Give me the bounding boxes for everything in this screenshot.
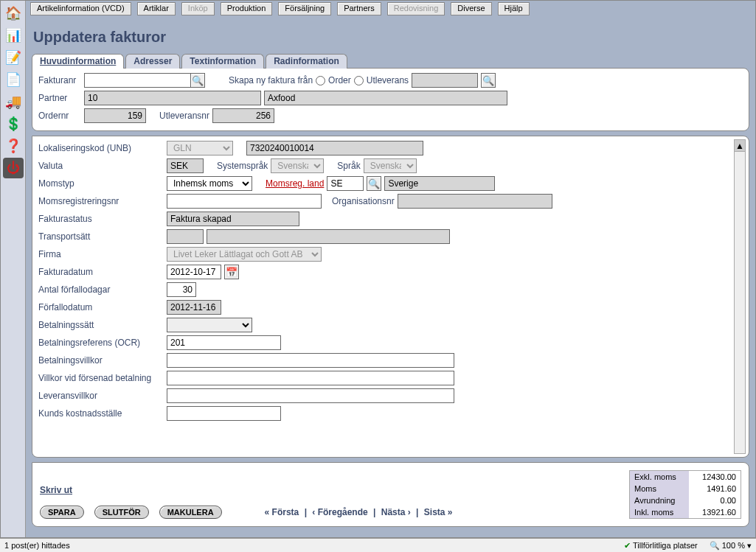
- partner-code: 10: [84, 91, 261, 105]
- menu-partners[interactable]: Partners: [337, 2, 381, 15]
- sprak-label: Språk: [337, 161, 360, 171]
- help-icon[interactable]: ❓: [3, 136, 24, 156]
- kunds-kostnad-input[interactable]: [167, 406, 281, 421]
- transportsatt-code: [167, 229, 204, 244]
- momsregnr-label: Momsregistreringsnr: [38, 196, 164, 206]
- momsregnr-input[interactable]: [167, 194, 322, 209]
- status-left: 1 post(er) hittades: [4, 541, 70, 550]
- systemsprak-label: Systemspråk: [217, 161, 268, 171]
- chart-icon[interactable]: 📊: [3, 25, 24, 46]
- betalningsvillkor-input[interactable]: [167, 353, 454, 368]
- utleveransnr-value: 256: [212, 108, 274, 123]
- slutfor-button[interactable]: SLUTFÖR: [94, 506, 149, 519]
- truck-icon[interactable]: 🚚: [3, 91, 24, 112]
- totals-table: Exkl. moms12430.00 Moms1491.60 Avrundnin…: [629, 470, 741, 519]
- betalref-input[interactable]: [167, 335, 281, 350]
- utleveransnr-label: Utleveransnr: [159, 111, 209, 121]
- nav-prev[interactable]: ‹ Föregående: [312, 507, 367, 517]
- tab-radinformation[interactable]: Radinformation: [266, 54, 347, 69]
- transportsatt-label: Transportsätt: [38, 231, 164, 242]
- betalref-label: Betalningsreferens (OCR): [38, 338, 164, 348]
- fakturadatum-calendar-icon[interactable]: 📅: [224, 265, 239, 279]
- menu-produktion[interactable]: Produktion: [221, 2, 273, 15]
- top-menu: Artikelinformation (VCD) Artiklar Inköp …: [26, 1, 755, 17]
- form-tabs: Huvudinformation Adresser Textinformatio…: [32, 53, 749, 68]
- kunds-kostnad-label: Kunds kostnadsställe: [38, 408, 164, 419]
- fakturadatum-label: Fakturadatum: [38, 267, 164, 277]
- makulera-button[interactable]: MAKULERA: [159, 506, 222, 519]
- ordernr-label: Ordernr: [38, 111, 81, 121]
- transportsatt-name: [207, 229, 450, 244]
- betalningssatt-select[interactable]: [167, 318, 252, 332]
- villkor-forsenad-input[interactable]: [167, 371, 454, 385]
- nav-last[interactable]: Sista »: [424, 507, 453, 517]
- coin-icon[interactable]: 💲: [3, 113, 24, 134]
- leveransvillkor-input[interactable]: [167, 388, 454, 403]
- betalningssatt-label: Betalningssätt: [38, 320, 164, 330]
- print-link[interactable]: Skriv ut: [40, 485, 453, 495]
- status-bar: 1 post(er) hittades ✔ Tillförlitliga pla…: [0, 538, 756, 552]
- firma-select: Livet Leker Lättlagat och Gott AB: [167, 247, 322, 262]
- forfallodatum-value: 2012-11-16: [167, 300, 221, 315]
- skapa-label: Skapa ny faktura från: [229, 75, 313, 85]
- menu-diverse[interactable]: Diverse: [451, 2, 491, 15]
- orgnr-label: Organisationsnr: [332, 196, 395, 206]
- menu-artikelinformation[interactable]: Artikelinformation (VCD): [30, 2, 131, 15]
- menu-redovisning: Redovisning: [387, 2, 445, 15]
- utleverans-radio[interactable]: [354, 76, 364, 85]
- menu-inkop: Inköp: [181, 2, 215, 15]
- valuta-label: Valuta: [38, 161, 164, 171]
- partner-name: Axfood: [264, 91, 507, 105]
- tab-huvudinformation[interactable]: Huvudinformation: [32, 54, 124, 69]
- tab-adresser[interactable]: Adresser: [125, 54, 180, 69]
- avrund-label: Avrundning: [630, 495, 689, 506]
- moms-value: 1491.60: [689, 483, 741, 495]
- skapa-search-icon[interactable]: 🔍: [481, 73, 496, 88]
- fakturastatus-label: Fakturastatus: [38, 214, 164, 224]
- menu-artiklar[interactable]: Artiklar: [137, 2, 176, 15]
- exkl-label: Exkl. moms: [630, 471, 689, 483]
- fakturastatus-value: Faktura skapad: [167, 212, 299, 226]
- nav-next[interactable]: Nästa ›: [381, 507, 411, 517]
- momsreg-land-search-icon[interactable]: 🔍: [367, 176, 381, 191]
- document-icon[interactable]: 📄: [3, 69, 24, 90]
- ordernr-value: 159: [84, 108, 146, 123]
- fakturanr-input[interactable]: [84, 73, 202, 88]
- forfallodatum-label: Förfallodatum: [38, 302, 164, 312]
- note-icon[interactable]: 📝: [3, 47, 24, 68]
- momstyp-label: Momstyp: [38, 178, 164, 189]
- power-icon[interactable]: ⏻: [3, 158, 24, 178]
- fakturadatum-input[interactable]: [167, 265, 221, 279]
- scroll-up-icon[interactable]: ▲: [735, 140, 745, 152]
- spara-button[interactable]: SPARA: [40, 506, 84, 519]
- momsreg-land-name: Sverige: [384, 176, 495, 191]
- momsreg-land-label: Momsreg. land: [266, 178, 324, 189]
- villkor-forsenad-label: Villkor vid försenad betalning: [38, 373, 164, 383]
- fakturanr-search-icon[interactable]: 🔍: [190, 73, 205, 88]
- firma-label: Firma: [38, 249, 164, 259]
- tab-textinformation[interactable]: Textinformation: [181, 54, 264, 69]
- valuta-value: SEK: [167, 158, 204, 173]
- fakturanr-label: Fakturanr: [38, 75, 81, 85]
- order-radio[interactable]: [316, 76, 325, 85]
- page-title: Uppdatera fakturor: [33, 29, 748, 46]
- antal-forfallodagar-label: Antal förfallodagar: [38, 284, 164, 295]
- status-zoom[interactable]: 🔍 100 % ▾: [710, 541, 752, 551]
- avrund-value: 0.00: [689, 495, 741, 506]
- inkl-value: 13921.60: [689, 506, 741, 518]
- momstyp-select[interactable]: Inhemsk moms: [167, 176, 252, 191]
- status-trust: ✔ Tillförlitliga platser: [624, 541, 697, 551]
- inkl-label: Inkl. moms: [630, 506, 689, 518]
- menu-hjalp[interactable]: Hjälp: [498, 2, 530, 15]
- nav-first[interactable]: « Första: [265, 507, 299, 517]
- orgnr-value: [398, 194, 552, 209]
- menu-forsaljning[interactable]: Försäljning: [278, 2, 331, 15]
- skapa-value: [412, 73, 478, 88]
- antal-forfallodagar-input[interactable]: [167, 282, 196, 297]
- momsreg-land-code[interactable]: [327, 176, 364, 191]
- scrollbar[interactable]: ▲: [734, 139, 746, 454]
- lokaliseringskod-type: GLN: [167, 141, 233, 156]
- order-radio-label: Order: [328, 75, 351, 85]
- footer-panel: Skriv ut SPARA SLUTFÖR MAKULERA « Första…: [32, 462, 749, 527]
- home-icon[interactable]: 🏠: [3, 3, 24, 24]
